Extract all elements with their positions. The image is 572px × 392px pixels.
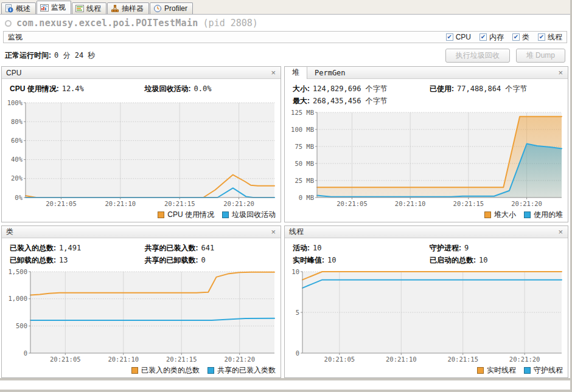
overview-icon xyxy=(5,4,13,13)
svg-text:20:21:20: 20:21:20 xyxy=(509,356,540,363)
tab-profiler[interactable]: Profiler xyxy=(150,2,193,14)
svg-text:20:21:10: 20:21:10 xyxy=(108,356,139,363)
svg-text:100 MB: 100 MB xyxy=(291,126,314,133)
svg-text:20:21:20: 20:21:20 xyxy=(223,200,254,207)
stat-label: 共享的已卸载数: xyxy=(145,255,198,266)
svg-text:20:21:05: 20:21:05 xyxy=(50,356,81,363)
checked-checkbox-icon: ✔ xyxy=(538,33,545,41)
stat-value: 641 xyxy=(201,244,215,252)
tab-monitor[interactable]: 监视 xyxy=(37,1,71,14)
svg-text:1,000: 1,000 xyxy=(8,295,27,302)
svg-text:20%: 20% xyxy=(11,174,23,182)
sampler-icon xyxy=(111,4,119,13)
legend-item: CPU 使用情况 xyxy=(158,210,214,220)
close-icon[interactable]: × xyxy=(270,69,276,77)
stat-label: 已卸载的总数: xyxy=(10,255,56,266)
svg-text:0 MB: 0 MB xyxy=(299,194,314,201)
window-bottom-edge xyxy=(0,378,570,380)
stat-value: 10 xyxy=(327,256,336,264)
action-buttons: 执行垃圾回收 堆 Dump xyxy=(445,49,565,63)
legend-swatch-blue xyxy=(524,367,531,374)
svg-text:500: 500 xyxy=(16,322,27,329)
stat-value: 10 xyxy=(479,256,487,264)
close-icon[interactable]: × xyxy=(557,69,563,77)
svg-text:40%: 40% xyxy=(11,156,23,163)
stat-label: 垃圾回收活动: xyxy=(145,84,191,94)
classes-chart: 05001,0001,50020:21:0520:21:1020:21:1520… xyxy=(4,267,279,365)
heap-dump-button[interactable]: 堆 Dump xyxy=(516,49,565,63)
svg-text:20:21:20: 20:21:20 xyxy=(224,356,255,363)
checkbox-cpu[interactable]: ✔ CPU xyxy=(446,32,471,43)
legend-item: 使用的堆 xyxy=(524,210,563,220)
cpu-panel: CPU × CPU 使用情况:12.4% 垃圾回收活动:0.0% 0%20%40… xyxy=(1,66,281,222)
heap-stats: 大小:124,829,696 个字节 已使用:77,488,864 个字节 最大… xyxy=(285,79,568,108)
perform-gc-button[interactable]: 执行垃圾回收 xyxy=(445,49,510,63)
stat-label: 已使用: xyxy=(430,84,454,94)
svg-text:20:21:15: 20:21:15 xyxy=(453,200,484,207)
stat-label: 守护进程: xyxy=(430,243,461,253)
checkbox-threads[interactable]: ✔ 线程 xyxy=(538,32,562,43)
tab-label: 概述 xyxy=(16,4,30,14)
tab-permgen[interactable]: PermGen xyxy=(307,69,353,77)
heap-chart-svg: 0 MB25 MB50 MB75 MB100 MB125 MB20:21:052… xyxy=(287,108,566,209)
stat-value: 12.4% xyxy=(62,84,84,93)
threads-panel: 线程 × 活动:10 守护进程:9 实时峰值:10 已启动的总数:10 0510… xyxy=(284,225,568,378)
legend-swatch-orange xyxy=(131,367,138,374)
stat-label: 最大: xyxy=(293,96,310,106)
threads-stats: 活动:10 守护进程:9 实时峰值:10 已启动的总数:10 xyxy=(285,238,568,267)
stat-value: 268,435,456 个字节 xyxy=(313,96,388,106)
svg-text:20:21:15: 20:21:15 xyxy=(164,200,195,207)
tab-label: Profiler xyxy=(164,4,187,13)
checkbox-classes[interactable]: ✔ 类 xyxy=(512,32,529,43)
stat-label: 已装入的总数: xyxy=(10,243,56,253)
checked-checkbox-icon: ✔ xyxy=(512,33,520,41)
checkbox-memory[interactable]: ✔ 内存 xyxy=(480,32,504,43)
stat-label: 已启动的总数: xyxy=(430,255,476,266)
legend-swatch-orange xyxy=(477,367,484,374)
svg-text:20:21:10: 20:21:10 xyxy=(105,200,136,207)
tab-overview[interactable]: 概述 xyxy=(1,2,36,14)
legend-swatch-blue xyxy=(208,367,214,374)
checked-checkbox-icon: ✔ xyxy=(446,33,453,41)
threads-chart: 051020:21:0520:21:1020:21:1520:21:20 xyxy=(287,267,566,365)
main-tab-bar: 概述 监视 线程 抽样器 Profiler xyxy=(0,0,570,15)
tab-threads[interactable]: 线程 xyxy=(72,2,106,14)
uptime-row: 正常运行时间: 0 分 24 秒 执行垃圾回收 堆 Dump xyxy=(0,43,570,66)
svg-text:1,500: 1,500 xyxy=(8,268,27,275)
monitor-section-bar: 监视 ✔ CPU ✔ 内存 ✔ 类 ✔ 线程 xyxy=(3,31,567,43)
application-title-row: com.nexusy.excel.poi.POITestMain (pid 28… xyxy=(0,15,570,30)
close-icon[interactable]: × xyxy=(270,228,276,236)
cpu-legend: CPU 使用情况 垃圾回收活动 xyxy=(2,209,281,222)
tab-label: 线程 xyxy=(86,4,101,14)
heap-panel: 堆 PermGen × 大小:124,829,696 个字节 已使用:77,48… xyxy=(284,66,568,222)
cpu-chart-svg: 0%20%40%60%80%100%20:21:0520:21:1020:21:… xyxy=(4,98,279,209)
visualvm-window: 概述 监视 线程 抽样器 Profiler xyxy=(0,0,570,390)
svg-text:20:21:15: 20:21:15 xyxy=(166,356,197,363)
legend-swatch-orange xyxy=(158,211,164,218)
svg-text:20:21:05: 20:21:05 xyxy=(46,200,77,207)
stat-value: 9 xyxy=(464,244,469,252)
threads-chart-svg: 051020:21:0520:21:1020:21:1520:21:20 xyxy=(287,267,566,365)
tab-sampler[interactable]: 抽样器 xyxy=(107,2,149,14)
threads-panel-title: 线程 xyxy=(289,227,304,237)
stat-label: 活动: xyxy=(293,243,310,253)
threads-icon xyxy=(75,4,84,13)
tab-label: 监视 xyxy=(51,2,66,13)
cpu-chart: 0%20%40%60%80%100%20:21:0520:21:1020:21:… xyxy=(4,98,279,209)
svg-text:5: 5 xyxy=(296,309,299,316)
legend-item: 实时线程 xyxy=(477,365,516,376)
svg-text:20:21:05: 20:21:05 xyxy=(337,200,368,207)
monitor-icon xyxy=(40,4,49,12)
stat-value: 0.0% xyxy=(194,84,212,93)
svg-text:100%: 100% xyxy=(7,99,23,106)
svg-text:20:21:10: 20:21:10 xyxy=(395,200,426,207)
heap-chart: 0 MB25 MB50 MB75 MB100 MB125 MB20:21:052… xyxy=(287,108,566,209)
close-icon[interactable]: × xyxy=(557,228,563,236)
svg-text:20:21:20: 20:21:20 xyxy=(511,200,542,207)
legend-item: 共享的已装入类数 xyxy=(208,365,276,376)
uptime-label: 正常运行时间: xyxy=(5,50,51,61)
tab-heap[interactable]: 堆 xyxy=(285,67,307,79)
stat-label: 实时峰值: xyxy=(293,255,324,266)
stat-value: 124,829,696 个字节 xyxy=(313,84,388,94)
svg-text:75 MB: 75 MB xyxy=(295,143,314,150)
